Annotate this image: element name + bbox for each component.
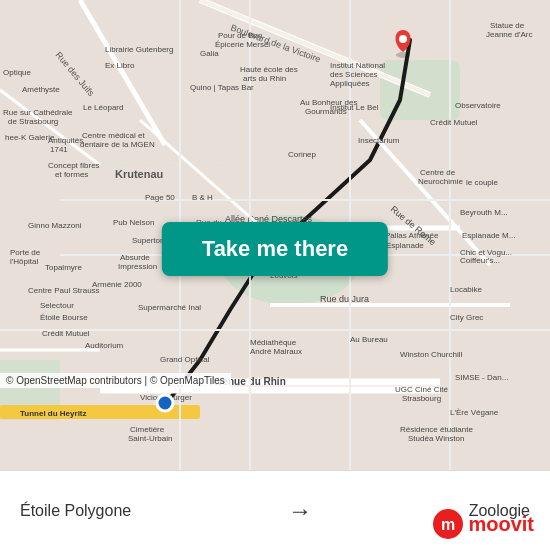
svg-text:Porte de: Porte de: [10, 248, 41, 257]
svg-point-110: [399, 35, 407, 43]
svg-text:Au Bureau: Au Bureau: [350, 335, 388, 344]
take-me-there-button[interactable]: Take me there: [162, 222, 388, 276]
svg-text:Winston Churchill: Winston Churchill: [400, 350, 462, 359]
bottom-bar: Étoile Polygone → Zoologie m moovit: [0, 470, 550, 550]
svg-text:Tunnel du Heyritz: Tunnel du Heyritz: [20, 409, 87, 418]
svg-text:Crédit Mutuel: Crédit Mutuel: [42, 329, 90, 338]
svg-text:Quino | Tapas Bar: Quino | Tapas Bar: [190, 83, 254, 92]
svg-text:Auditorium: Auditorium: [85, 341, 124, 350]
svg-text:Grand Optical: Grand Optical: [160, 355, 210, 364]
svg-text:Centre médical et: Centre médical et: [82, 131, 145, 140]
map-container: Allée René Descartes Rue de Rome Rue du …: [0, 0, 550, 470]
svg-text:Haute école des: Haute école des: [240, 65, 298, 74]
svg-text:Krutenau: Krutenau: [115, 168, 163, 180]
svg-text:Observatoire: Observatoire: [455, 101, 501, 110]
svg-text:Cimetière: Cimetière: [130, 425, 165, 434]
svg-text:SIMSE - Dan...: SIMSE - Dan...: [455, 373, 508, 382]
svg-text:Absurde: Absurde: [120, 253, 150, 262]
svg-text:Rue du Jura: Rue du Jura: [320, 294, 369, 304]
svg-text:Topalmyre: Topalmyre: [45, 263, 82, 272]
svg-text:Esplanade: Esplanade: [386, 241, 424, 250]
svg-point-109: [396, 52, 410, 58]
moovit-text: moovit: [468, 513, 534, 536]
svg-text:Strasbourg: Strasbourg: [402, 394, 441, 403]
svg-text:Jeanne d'Arc: Jeanne d'Arc: [486, 30, 532, 39]
route-from: Étoile Polygone: [20, 502, 131, 520]
svg-text:Pour de Bon: Pour de Bon: [218, 31, 262, 40]
svg-text:Centre de: Centre de: [420, 168, 456, 177]
svg-text:Institut National: Institut National: [330, 61, 385, 70]
svg-text:Rue sur Cathédrale: Rue sur Cathédrale: [3, 108, 73, 117]
svg-text:et formes: et formes: [55, 170, 88, 179]
svg-text:Au Bonheur des: Au Bonheur des: [300, 98, 357, 107]
svg-text:Librairie Gutenberg: Librairie Gutenberg: [105, 45, 173, 54]
svg-text:hee-K Galerie: hee-K Galerie: [5, 133, 55, 142]
svg-text:Épicerie Mersel: Épicerie Mersel: [215, 40, 270, 49]
origin-marker: [157, 395, 173, 411]
svg-text:Ex Libro: Ex Libro: [105, 61, 135, 70]
svg-text:Saint-Urbain: Saint-Urbain: [128, 434, 172, 443]
svg-text:Locabike: Locabike: [450, 285, 483, 294]
svg-text:Supermarché Inal: Supermarché Inal: [138, 303, 201, 312]
svg-text:Studéa Winston: Studéa Winston: [408, 434, 464, 443]
svg-text:Médiathèque: Médiathèque: [250, 338, 297, 347]
svg-text:City Grec: City Grec: [450, 313, 483, 322]
svg-text:Ginno Mazzoni: Ginno Mazzoni: [28, 221, 82, 230]
svg-text:m: m: [441, 516, 455, 533]
svg-text:Impression: Impression: [118, 262, 157, 271]
svg-text:Optique: Optique: [3, 68, 32, 77]
svg-text:Beyrouth M...: Beyrouth M...: [460, 208, 508, 217]
svg-text:Étoile Bourse: Étoile Bourse: [40, 313, 88, 322]
route-from-label: Étoile Polygone: [20, 502, 131, 520]
svg-text:Gourmands: Gourmands: [305, 107, 347, 116]
moovit-icon: m: [432, 508, 464, 540]
svg-text:Esplanade M...: Esplanade M...: [462, 231, 515, 240]
svg-text:Selectour: Selectour: [40, 301, 74, 310]
svg-text:Améthyste: Améthyste: [22, 85, 60, 94]
svg-text:Le Léopard: Le Léopard: [83, 103, 123, 112]
svg-text:Pub Nelson: Pub Nelson: [113, 218, 154, 227]
svg-text:Crédit Mutuel: Crédit Mutuel: [430, 118, 478, 127]
svg-text:le couple: le couple: [466, 178, 499, 187]
map-attribution: © OpenStreetMap contributors | © OpenMap…: [0, 373, 231, 388]
svg-text:Concept fibres: Concept fibres: [48, 161, 100, 170]
svg-text:Page 50: Page 50: [145, 193, 175, 202]
svg-text:Pallas Athénée: Pallas Athénée: [385, 231, 439, 240]
destination-marker: [396, 30, 411, 58]
svg-text:UGC Ciné Cité: UGC Ciné Cité: [395, 385, 448, 394]
svg-text:l'Hôpital: l'Hôpital: [10, 257, 38, 266]
svg-text:Galia: Galia: [200, 49, 219, 58]
svg-text:dentaire de la MGEN: dentaire de la MGEN: [80, 140, 155, 149]
svg-text:Centre Paul Strauss: Centre Paul Strauss: [28, 286, 100, 295]
svg-text:L'Ère Végane: L'Ère Végane: [450, 408, 499, 417]
svg-text:Résidence étudiante: Résidence étudiante: [400, 425, 473, 434]
moovit-logo: m moovit: [432, 508, 534, 540]
svg-text:Coiffeur's...: Coiffeur's...: [460, 256, 500, 265]
route-arrow: →: [288, 497, 312, 525]
svg-text:Insectarium: Insectarium: [358, 136, 400, 145]
svg-text:arts du Rhin: arts du Rhin: [243, 74, 286, 83]
svg-text:Statue de: Statue de: [490, 21, 525, 30]
svg-text:Neurochimie: Neurochimie: [418, 177, 463, 186]
svg-text:Appliquées: Appliquées: [330, 79, 370, 88]
svg-text:des Sciences: des Sciences: [330, 70, 378, 79]
svg-text:B & H: B & H: [192, 193, 213, 202]
svg-text:de Strasbourg: de Strasbourg: [8, 117, 58, 126]
svg-text:Corinep: Corinep: [288, 150, 317, 159]
svg-text:1741: 1741: [50, 145, 68, 154]
svg-text:André Malraux: André Malraux: [250, 347, 302, 356]
